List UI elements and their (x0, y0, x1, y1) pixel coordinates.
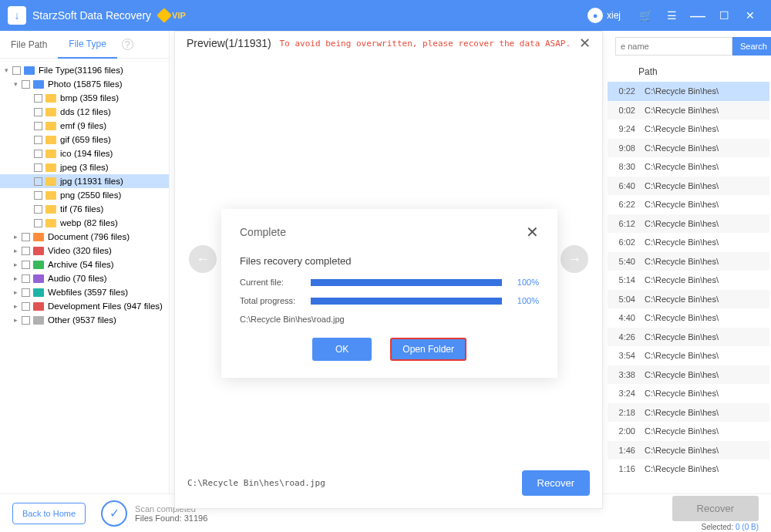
minimize-icon[interactable]: — (687, 5, 709, 26)
table-row[interactable]: 3:54C:\Recycle Bin\hes\ (608, 346, 769, 365)
table-row[interactable]: 5:04C:\Recycle Bin\hes\ (608, 290, 769, 309)
complete-close-icon[interactable]: ✕ (526, 223, 539, 241)
table-row[interactable]: 0:22C:\Recycle Bin\hes\ (608, 82, 769, 101)
total-progress: Total progress: 100% (240, 296, 539, 305)
sidebar-tabs: File Path File Type ? (0, 31, 169, 59)
maximize-icon[interactable]: ☐ (713, 5, 735, 26)
search-area: Search (615, 31, 762, 62)
app-logo-icon: ↓ (8, 6, 26, 25)
table-row[interactable]: 4:40C:\Recycle Bin\hes\ (608, 308, 769, 328)
close-icon[interactable]: ✕ (739, 5, 761, 26)
avatar-icon: ● (588, 8, 603, 23)
search-input[interactable] (615, 37, 732, 56)
preview-footer: C:\Recycle Bin\hes\road.jpg Recover (175, 463, 602, 502)
tree-archive[interactable]: ▸Archive (54 files) (0, 258, 169, 271)
open-folder-button[interactable]: Open Folder (390, 338, 466, 361)
tree-dds[interactable]: dds (12 files) (0, 105, 169, 119)
vip-badge[interactable]: VIP (159, 10, 186, 21)
tree-emf[interactable]: emf (9 files) (0, 119, 169, 133)
preview-recover-button[interactable]: Recover (522, 470, 590, 496)
table-row[interactable]: 4:26C:\Recycle Bin\hes\ (608, 328, 769, 347)
current-file-progress: Current file: 100% (240, 278, 539, 287)
table-row[interactable]: 8:30C:\Recycle Bin\hes\ (608, 157, 769, 177)
table-row[interactable]: 6:40C:\Recycle Bin\hes\ (608, 177, 769, 196)
ok-button[interactable]: OK (312, 338, 372, 361)
tab-file-type[interactable]: File Type (58, 31, 116, 59)
total-progress-bar (311, 298, 502, 305)
preview-title: Preview(1/11931) (187, 37, 271, 49)
preview-warning: To avoid being overwritten, please recov… (271, 39, 579, 49)
tree-root[interactable]: ▾File Type(31196 files) (0, 63, 169, 77)
files-found-text: Files Found: 31196 (135, 513, 207, 523)
table-row[interactable]: 9:24C:\Recycle Bin\hes\ (608, 120, 769, 139)
complete-title: Complete (240, 226, 526, 238)
search-button[interactable]: Search (732, 37, 771, 56)
table-row[interactable]: 9:08C:\Recycle Bin\hes\ (608, 139, 769, 158)
tree-webp[interactable]: webp (82 files) (0, 216, 169, 230)
tree-video[interactable]: ▸Video (320 files) (0, 244, 169, 258)
preview-header: Preview(1/11931) To avoid being overwrit… (175, 32, 602, 55)
tree-devfiles[interactable]: ▸Development Files (947 files) (0, 299, 169, 313)
menu-icon[interactable]: ☰ (661, 5, 682, 26)
cart-icon[interactable]: 🛒 (635, 5, 656, 26)
tree-photo[interactable]: ▾Photo (15875 files) (0, 77, 169, 91)
file-tree: ▾File Type(31196 files) ▾Photo (15875 fi… (0, 59, 169, 493)
table-row[interactable]: 1:46C:\Recycle Bin\hes\ (608, 441, 769, 460)
table-row[interactable]: 0:02C:\Recycle Bin\hes\ (608, 101, 769, 120)
back-home-button[interactable]: Back to Home (12, 503, 86, 524)
preview-body: ← → Complete ✕ Files recovery completed … (175, 55, 602, 463)
table-row[interactable]: 6:02C:\Recycle Bin\hes\ (608, 233, 769, 252)
table-row[interactable]: 5:40C:\Recycle Bin\hes\ (608, 252, 769, 271)
check-icon: ✓ (101, 500, 127, 527)
help-icon[interactable]: ? (122, 39, 133, 50)
tab-file-path[interactable]: File Path (0, 31, 58, 59)
selected-count: Selected: 0 (0 B) (672, 523, 759, 531)
results-table: Path 0:22C:\Recycle Bin\hes\0:02C:\Recyc… (608, 62, 769, 479)
current-progress-bar (311, 279, 502, 286)
table-header: Path (608, 62, 769, 82)
complete-dialog: Complete ✕ Files recovery completed Curr… (221, 209, 557, 378)
tree-webfiles[interactable]: ▸Webfiles (3597 files) (0, 285, 169, 299)
preview-path: C:\Recycle Bin\hes\road.jpg (187, 478, 522, 488)
recover-button[interactable]: Recover (672, 496, 759, 521)
table-row[interactable]: 2:18C:\Recycle Bin\hes\ (608, 403, 769, 423)
table-row[interactable]: 1:16C:\Recycle Bin\hes\ (608, 460, 769, 479)
preview-close-icon[interactable]: ✕ (579, 35, 591, 52)
prev-arrow-icon[interactable]: ← (189, 245, 217, 273)
complete-subtitle: Files recovery completed (240, 255, 539, 267)
next-arrow-icon[interactable]: → (561, 245, 588, 273)
table-row[interactable]: 6:22C:\Recycle Bin\hes\ (608, 195, 769, 214)
sidebar: File Path File Type ? ▾File Type(31196 f… (0, 31, 170, 493)
table-row[interactable]: 2:00C:\Recycle Bin\hes\ (608, 422, 769, 441)
tree-tif[interactable]: tif (76 files) (0, 202, 169, 216)
diamond-icon (157, 8, 172, 23)
username: xiej (607, 10, 621, 21)
tree-other[interactable]: ▸Other (9537 files) (0, 313, 169, 327)
tree-audio[interactable]: ▸Audio (70 files) (0, 271, 169, 285)
preview-panel: Preview(1/11931) To avoid being overwrit… (174, 31, 603, 509)
tree-bmp[interactable]: bmp (359 files) (0, 91, 169, 105)
table-row[interactable]: 3:24C:\Recycle Bin\hes\ (608, 384, 769, 403)
complete-path: C:\Recycle Bin\hes\road.jpg (240, 315, 539, 324)
table-row[interactable]: 6:12C:\Recycle Bin\hes\ (608, 214, 769, 234)
tree-document[interactable]: ▸Document (796 files) (0, 230, 169, 244)
tree-jpg[interactable]: jpg (11931 files) (0, 174, 169, 188)
tree-png[interactable]: png (2550 files) (0, 188, 169, 202)
tree-jpeg[interactable]: jpeg (3 files) (0, 160, 169, 174)
table-row[interactable]: 3:38C:\Recycle Bin\hes\ (608, 365, 769, 385)
tree-gif[interactable]: gif (659 files) (0, 133, 169, 146)
app-title: StarzSoft Data Recovery (32, 9, 151, 22)
table-row[interactable]: 5:14C:\Recycle Bin\hes\ (608, 271, 769, 290)
title-bar: ↓ StarzSoft Data Recovery VIP ● xiej 🛒 ☰… (0, 0, 771, 31)
user-account[interactable]: ● xiej (588, 8, 621, 23)
tree-ico[interactable]: ico (194 files) (0, 146, 169, 160)
